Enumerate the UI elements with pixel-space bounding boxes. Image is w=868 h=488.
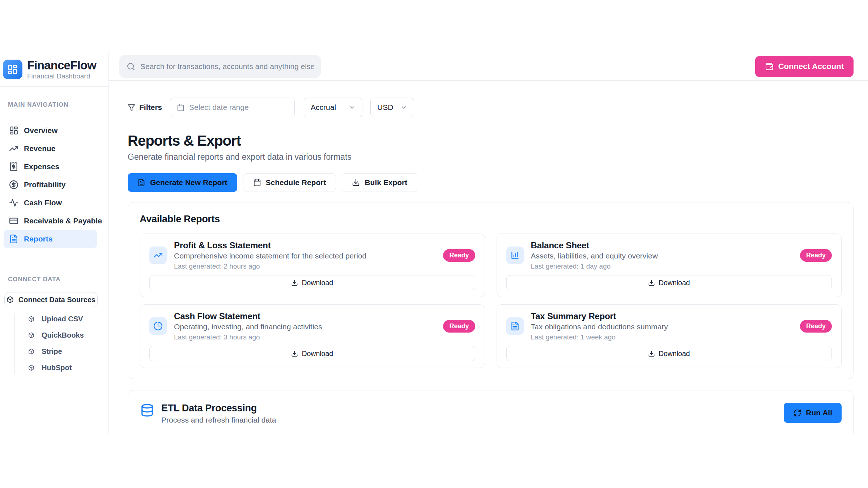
report-title: Balance Sheet — [531, 240, 658, 250]
etl-panel: ETL Data Processing Process and refresh … — [128, 390, 854, 434]
brand: FinanceFlow Financial Dashboard — [0, 52, 109, 87]
download-button[interactable]: Download — [506, 275, 832, 290]
package-icon — [28, 365, 34, 371]
bulk-export-button[interactable]: Bulk Export — [342, 173, 417, 192]
bar-chart-icon — [506, 247, 524, 264]
connect-data-sources-label: Connect Data Sources — [18, 296, 95, 304]
report-card-tax-summary: Tax Summary Report Tax obligations and d… — [497, 304, 842, 368]
sidebar-item-cash-flow[interactable]: Cash Flow — [4, 194, 97, 212]
package-icon — [28, 348, 34, 355]
sidebar-item-receivable-payable[interactable]: Receivable & Payable — [4, 212, 97, 230]
report-actions: Generate New Report Schedule Report Bulk… — [128, 173, 854, 192]
chevron-down-icon — [349, 104, 356, 111]
source-item-hubspot[interactable]: HubSpot — [0, 360, 109, 376]
generate-new-report-button[interactable]: Generate New Report — [128, 173, 237, 192]
data-source-list: Upload CSV QuickBooks Stripe HubSpot — [0, 311, 109, 376]
layout-dashboard-icon — [9, 126, 18, 135]
sidebar-item-profitability[interactable]: Profitability — [4, 176, 97, 194]
sidebar: FinanceFlow Financial Dashboard MAIN NAV… — [0, 52, 109, 434]
global-search — [119, 55, 321, 78]
brand-text: FinanceFlow Financial Dashboard — [27, 59, 96, 80]
main-area: Connect Account Filters Accrual USD — [109, 52, 868, 434]
available-reports-panel: Available Reports Profit & Loss Statemen… — [128, 202, 854, 379]
search-input[interactable] — [119, 55, 321, 78]
report-title: Cash Flow Statement — [174, 311, 322, 321]
card-header: Profit & Loss Statement Comprehensive in… — [149, 240, 475, 270]
wallet-icon — [765, 62, 774, 71]
card-header: Cash Flow Statement Operating, investing… — [149, 311, 475, 341]
download-icon — [291, 279, 298, 286]
source-item-stripe[interactable]: Stripe — [0, 343, 109, 360]
report-last-generated: Last generated: 1 week ago — [531, 333, 668, 341]
download-button[interactable]: Download — [149, 275, 475, 290]
connect-data-sources-button[interactable]: Connect Data Sources — [4, 292, 98, 307]
source-item-quickbooks[interactable]: QuickBooks — [0, 327, 109, 343]
connect-account-label: Connect Account — [778, 62, 844, 71]
status-badge: Ready — [443, 249, 475, 262]
report-description: Assets, liabilities, and equity overview — [531, 252, 658, 260]
app-title: FinanceFlow — [27, 59, 96, 72]
report-title: Profit & Loss Statement — [174, 240, 366, 250]
trending-up-icon — [149, 247, 167, 264]
schedule-report-button[interactable]: Schedule Report — [243, 173, 336, 192]
source-item-label: HubSpot — [42, 364, 72, 372]
trending-up-icon — [9, 144, 18, 153]
currency-select[interactable]: USD — [370, 98, 414, 117]
connect-account-button[interactable]: Connect Account — [755, 56, 854, 77]
main-nav-section-label: MAIN NAVIGATION — [0, 101, 109, 108]
available-reports-title: Available Reports — [140, 213, 842, 225]
pie-chart-icon — [149, 317, 167, 335]
status-badge: Ready — [800, 320, 832, 333]
top-bar: Connect Account — [109, 52, 868, 81]
filter-funnel-icon — [128, 104, 135, 111]
app-tagline: Financial Dashboard — [27, 72, 96, 80]
sidebar-item-label: Receivable & Payable — [24, 217, 102, 225]
source-item-upload-csv[interactable]: Upload CSV — [0, 311, 109, 327]
package-icon — [28, 332, 34, 338]
status-badge: Ready — [800, 249, 832, 262]
report-last-generated: Last generated: 2 hours ago — [174, 262, 366, 270]
status-badge: Ready — [443, 320, 475, 333]
report-title: Tax Summary Report — [531, 311, 668, 321]
download-label: Download — [659, 350, 690, 358]
etl-title: ETL Data Processing — [161, 403, 276, 414]
download-label: Download — [302, 350, 333, 358]
card-text: Tax Summary Report Tax obligations and d… — [531, 311, 668, 341]
calendar-icon — [177, 104, 184, 111]
page-subtitle: Generate financial reports and export da… — [128, 152, 854, 162]
sidebar-item-reports[interactable]: Reports — [4, 230, 97, 248]
report-last-generated: Last generated: 1 day ago — [531, 262, 658, 270]
circle-dollar-icon — [9, 180, 18, 189]
sidebar-item-label: Revenue — [24, 144, 56, 153]
download-button[interactable]: Download — [149, 346, 475, 361]
file-text-icon — [506, 317, 524, 335]
date-range-field[interactable] — [170, 98, 295, 117]
calendar-icon — [253, 179, 261, 187]
generate-new-report-label: Generate New Report — [150, 178, 227, 187]
filters-label: Filters — [139, 103, 162, 112]
sidebar-item-expenses[interactable]: Expenses — [4, 158, 97, 176]
database-icon — [140, 403, 154, 417]
accounting-basis-value: Accrual — [311, 103, 336, 112]
file-text-icon — [137, 179, 145, 187]
download-button[interactable]: Download — [506, 346, 832, 361]
sidebar-item-label: Reports — [24, 235, 52, 243]
card-header: Balance Sheet Assets, liabilities, and e… — [506, 240, 832, 270]
date-range-input[interactable] — [189, 103, 288, 112]
report-description: Comprehensive income statement for the s… — [174, 252, 366, 260]
search-icon — [127, 62, 135, 71]
report-description: Tax obligations and deductions summary — [531, 322, 668, 331]
bulk-export-label: Bulk Export — [365, 178, 407, 187]
activity-icon — [9, 198, 18, 207]
file-text-icon — [9, 234, 18, 244]
sidebar-item-overview[interactable]: Overview — [4, 121, 97, 140]
report-card-cash-flow: Cash Flow Statement Operating, investing… — [140, 304, 485, 368]
app-logo-icon — [3, 60, 22, 79]
credit-card-icon — [9, 216, 18, 226]
accounting-basis-select[interactable]: Accrual — [304, 98, 362, 117]
run-all-button[interactable]: Run All — [784, 403, 842, 423]
sidebar-item-revenue[interactable]: Revenue — [4, 140, 97, 158]
content: Filters Accrual USD Reports & Export Gen… — [109, 98, 868, 434]
chevron-down-icon — [400, 104, 407, 111]
download-icon — [291, 350, 298, 357]
